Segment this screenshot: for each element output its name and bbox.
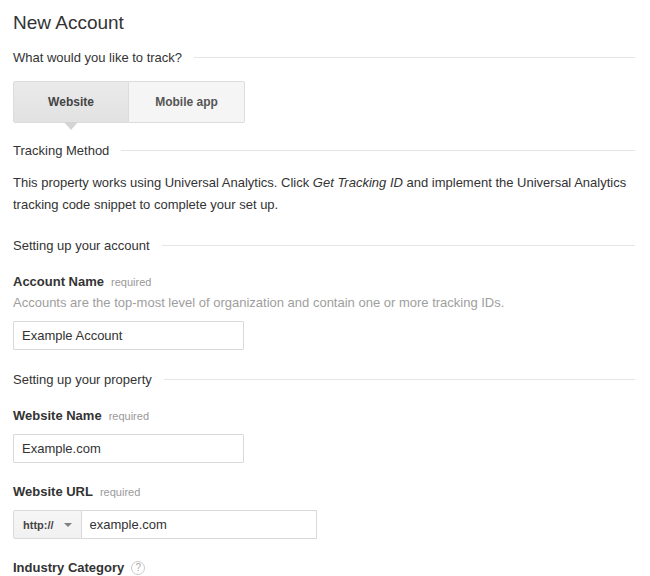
tab-mobile-app[interactable]: Mobile app — [129, 81, 245, 123]
help-question-icon[interactable]: ? — [131, 561, 145, 575]
website-name-label-row: Website Name required — [13, 408, 635, 423]
tracking-method-heading: Tracking Method — [13, 143, 635, 158]
section-rule — [121, 150, 635, 151]
tab-website[interactable]: Website — [13, 81, 129, 123]
tracking-method-text-prefix: This property works using Universal Anal… — [13, 175, 313, 190]
section-rule — [164, 379, 635, 380]
account-section-heading: Setting up your account — [13, 238, 635, 253]
tracking-method-description: This property works using Universal Anal… — [13, 172, 635, 216]
track-section-heading: What would you like to track? — [13, 50, 635, 65]
chevron-down-icon — [64, 523, 72, 527]
track-type-tabs: Website Mobile app — [13, 81, 635, 123]
property-section-heading-label: Setting up your property — [13, 372, 152, 387]
new-account-page: New Account What would you like to track… — [0, 0, 650, 576]
website-url-row: http:// — [13, 510, 635, 539]
website-name-input[interactable] — [13, 434, 244, 463]
industry-category-label: Industry Category — [13, 560, 124, 575]
account-section-heading-label: Setting up your account — [13, 238, 150, 253]
get-tracking-id-reference: Get Tracking ID — [313, 175, 403, 190]
website-url-label-row: Website URL required — [13, 484, 635, 499]
url-protocol-value: http:// — [23, 519, 54, 531]
tab-website-label: Website — [48, 95, 94, 109]
website-url-required-tag: required — [100, 486, 140, 498]
selected-tab-pointer-icon — [64, 122, 78, 130]
account-name-label-row: Account Name required — [13, 274, 635, 289]
track-section-heading-label: What would you like to track? — [13, 50, 182, 65]
page-title: New Account — [13, 12, 635, 34]
website-name-label: Website Name — [13, 408, 102, 423]
account-name-required-tag: required — [111, 276, 151, 288]
website-url-input[interactable] — [82, 510, 317, 539]
account-name-help-text: Accounts are the top-most level of organ… — [13, 295, 635, 310]
website-url-label: Website URL — [13, 484, 93, 499]
section-rule — [194, 57, 635, 58]
tracking-method-heading-label: Tracking Method — [13, 143, 109, 158]
account-name-input[interactable] — [13, 321, 244, 350]
website-name-required-tag: required — [109, 410, 149, 422]
account-name-label: Account Name — [13, 274, 104, 289]
url-protocol-dropdown[interactable]: http:// — [13, 510, 82, 539]
industry-category-label-row: Industry Category ? — [13, 560, 635, 575]
section-rule — [162, 245, 635, 246]
property-section-heading: Setting up your property — [13, 372, 635, 387]
tab-mobile-app-label: Mobile app — [155, 95, 218, 109]
